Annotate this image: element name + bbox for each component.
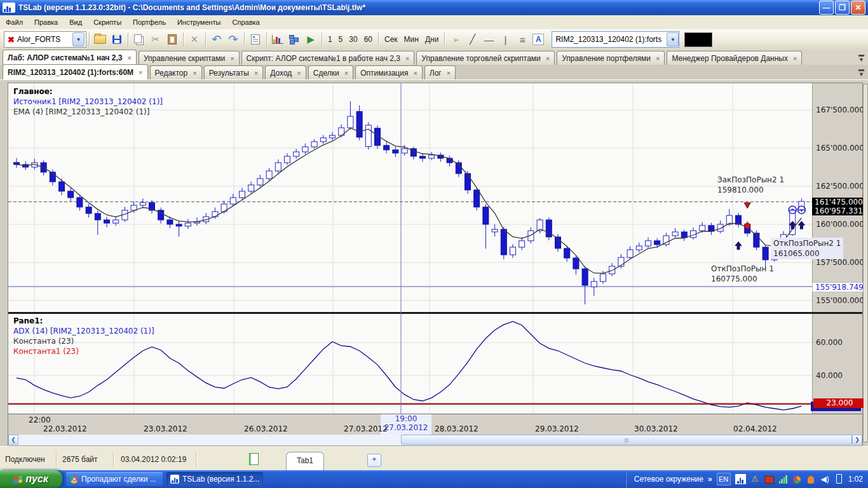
monitor-tray-icon[interactable] (764, 475, 774, 484)
close-button[interactable]: ✕ (851, 1, 865, 15)
legend-ema[interactable]: EMA (4) [RIM2_120313_120402 (1)] (13, 107, 163, 117)
workspace-page-tab[interactable]: Tab1 (286, 452, 324, 471)
script-diagram-button[interactable] (286, 32, 302, 47)
vline-tool-button[interactable]: | (497, 32, 513, 47)
tab-portfolio-manager[interactable]: Управление портфелями× (557, 51, 665, 65)
legend-adx[interactable]: ADX (14) [RIM2_120313_120402 (1)] (13, 326, 154, 336)
log-icon[interactable] (249, 453, 259, 465)
tab-income[interactable]: Доход× (265, 65, 306, 79)
symbol-combobox[interactable]: RIM2_120313_120402 (1):forts ▼ (552, 31, 679, 48)
delete-button[interactable]: ✕ (186, 32, 203, 47)
text-tool-button[interactable]: A (530, 32, 546, 47)
run-button[interactable]: ▶ (302, 32, 319, 47)
close-icon[interactable]: × (230, 55, 234, 62)
unit-day-button[interactable]: Дни (422, 34, 442, 45)
agent-tray-icon[interactable] (806, 475, 816, 484)
menu-portfolio[interactable]: Портфель (127, 17, 172, 28)
close-icon[interactable]: × (128, 54, 132, 62)
chevron-right-icon[interactable]: » (708, 475, 712, 484)
timeframe-60-button[interactable]: 60 (361, 34, 376, 45)
tab-script-running[interactable]: Скрипт: АЛОР система№1 в работе нач 2,3× (241, 51, 415, 65)
open-button[interactable] (92, 32, 109, 47)
close-icon[interactable]: × (254, 69, 258, 77)
close-icon[interactable]: × (413, 69, 417, 77)
scroll-left-button[interactable]: ❮ (8, 435, 18, 445)
close-icon[interactable]: × (793, 55, 797, 62)
tab-lab[interactable]: Лаб: АЛОР система№1 нач 2,3× (3, 50, 137, 65)
unit-min-button[interactable]: Мин (401, 34, 422, 45)
timeframe-5-button[interactable]: 5 (336, 34, 346, 45)
close-icon[interactable]: × (139, 69, 142, 76)
menu-help[interactable]: Справка (227, 17, 266, 28)
fibo-tool-button[interactable]: ≡ (513, 32, 530, 47)
horizontal-scrollbar[interactable]: ❮ ▥ ❯ (8, 435, 862, 445)
tab-trade-manager[interactable]: Управление торговлей скриптами× (416, 51, 555, 65)
trendline-tool-button[interactable]: ╱ (464, 32, 480, 47)
adx-axis-label: 40.000 (816, 371, 843, 380)
menu-scripts[interactable]: Скрипты (88, 17, 127, 28)
palette-tray-icon[interactable] (792, 475, 802, 484)
close-icon[interactable]: × (344, 69, 348, 77)
tab-editor[interactable]: Редактор× (150, 65, 202, 79)
tab-script-manager[interactable]: Управление скриптами× (139, 51, 240, 65)
redo-button[interactable]: ↷ (225, 32, 241, 47)
minimize-button[interactable]: — (819, 1, 834, 15)
restore-button[interactable]: ❐ (835, 1, 850, 15)
tab-data-providers[interactable]: Менеджер Провайдеров Данных× (667, 51, 802, 65)
save-button[interactable] (109, 32, 125, 47)
timeframe-1-button[interactable]: 1 (325, 34, 336, 45)
legend-constant1[interactable]: Константа1 (23) (13, 346, 154, 356)
close-icon[interactable]: × (656, 55, 660, 62)
menu-tools[interactable]: Инструменты (172, 17, 227, 28)
chevron-down-icon[interactable]: ▼ (72, 32, 85, 46)
close-icon[interactable]: × (193, 69, 196, 77)
unit-sec-button[interactable]: Сек (381, 34, 401, 45)
close-icon[interactable]: × (546, 55, 550, 62)
tslab-tray-icon[interactable] (735, 474, 746, 484)
cut-button[interactable]: ✂ (147, 32, 164, 47)
tab-chart[interactable]: RIM2_120313_120402 (1):forts:60M× (3, 64, 148, 79)
start-button[interactable]: пуск (0, 470, 62, 488)
volume-tray-icon[interactable]: ◀) (820, 475, 830, 484)
timeframe-30-button[interactable]: 30 (346, 34, 360, 45)
agent-combobox[interactable]: ✖ Alor_FORTS ▼ (4, 31, 86, 48)
tab-optimization[interactable]: Оптимизация× (355, 65, 423, 79)
scroll-right-button[interactable]: ❯ (852, 435, 862, 445)
tab-list-button[interactable]: ▬▼ (858, 67, 864, 77)
vertical-splitter[interactable] (863, 84, 868, 442)
properties-button[interactable] (247, 32, 264, 47)
legend-constant[interactable]: Константа (23) (13, 336, 154, 346)
close-icon[interactable]: × (297, 69, 301, 77)
task-browser[interactable]: Пропадают сделки ... (66, 472, 163, 486)
copy-button[interactable] (131, 32, 147, 47)
menu-edit[interactable]: Правка (29, 17, 64, 28)
close-icon[interactable]: × (405, 55, 409, 62)
chart-button[interactable] (269, 32, 286, 47)
paste-button[interactable] (164, 32, 180, 47)
battery-tray-icon[interactable] (834, 475, 844, 484)
task-tslab[interactable]: TSLab (версия 1.1.2... (166, 472, 263, 486)
cursor-tool-button[interactable]: ➢ (447, 32, 464, 47)
tab-results[interactable]: Результаты× (204, 65, 264, 79)
chart-panel[interactable]: 167'500.000165'000.000162'500.000160'000… (8, 83, 863, 446)
price-badge: 161'475.000 (812, 198, 865, 207)
chevron-down-icon[interactable]: ▼ (667, 32, 679, 46)
hline-tool-button[interactable]: — (480, 32, 497, 47)
menu-file[interactable]: Файл (0, 17, 29, 28)
language-indicator[interactable]: EN (717, 473, 731, 485)
title-bar: TSLab (версия 1.1.23.0:32bit) - C:\Docum… (0, 0, 868, 15)
color-swatch-button[interactable] (684, 32, 712, 47)
close-icon[interactable]: × (447, 69, 451, 77)
undo-button[interactable]: ↶ (208, 32, 225, 47)
signal-tray-icon[interactable] (778, 475, 788, 484)
network-places-label[interactable]: Сетевое окружение (634, 475, 703, 484)
tab-trades[interactable]: Сделки× (308, 65, 353, 79)
warning-tray-icon[interactable]: ⚠ (750, 475, 760, 484)
tab-log[interactable]: Лог× (424, 65, 456, 79)
legend-source1[interactable]: Источник1 [RIM2_120313_120402 (1)] (13, 97, 163, 107)
tab-list-button[interactable]: ▬▼ (858, 52, 864, 62)
menu-view[interactable]: Вид (64, 17, 88, 28)
time-axis[interactable]: 19:00 27.03.2012 22:00 22.03.201223.03.2… (8, 414, 862, 435)
add-page-button[interactable]: + (367, 454, 381, 467)
scrollbar-thumb[interactable]: ▥ (401, 435, 852, 445)
